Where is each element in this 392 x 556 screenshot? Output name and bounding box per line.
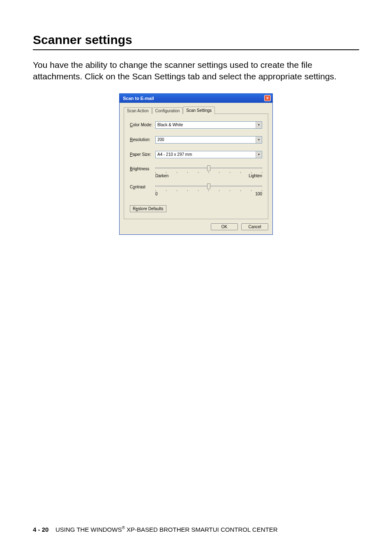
page-number: 4 - 20 — [33, 526, 48, 533]
brightness-max-label: Lighten — [249, 174, 262, 178]
brightness-min-label: Darken — [155, 174, 168, 178]
contrast-max-label: 100 — [255, 192, 262, 196]
brightness-slider[interactable] — [155, 166, 262, 171]
heading-rule — [33, 49, 359, 50]
resolution-select[interactable]: 200 ▼ — [155, 136, 262, 144]
chevron-down-icon[interactable]: ▼ — [256, 122, 262, 128]
slider-ticks — [155, 172, 262, 173]
tab-configuration[interactable]: Configuration — [152, 107, 183, 114]
tab-strip: Scan Action Configuration Scan Settings — [124, 107, 268, 114]
resolution-value: 200 — [157, 137, 164, 142]
contrast-label: Contrast — [130, 184, 155, 196]
scan-settings-dialog: Scan to E-mail × Scan Action Configurati… — [119, 93, 273, 235]
section-heading: Scanner settings — [33, 33, 359, 47]
cancel-button[interactable]: Cancel — [241, 223, 268, 230]
color-mode-label: Color Mode: — [130, 123, 155, 127]
contrast-slider[interactable] — [155, 184, 262, 190]
color-mode-select[interactable]: Black & White ▼ — [155, 121, 262, 129]
paper-size-select[interactable]: A4 - 210 x 297 mm ▼ — [155, 151, 262, 158]
paper-size-value: A4 - 210 x 297 mm — [157, 152, 192, 157]
tab-scan-action[interactable]: Scan Action — [124, 107, 152, 114]
slider-thumb[interactable] — [207, 165, 210, 171]
paper-size-label: Paper Size: — [130, 152, 155, 157]
chevron-down-icon[interactable]: ▼ — [256, 151, 262, 158]
footer-text-after: XP-BASED BROTHER SMARTUI CONTROL CENTER — [125, 526, 278, 533]
close-icon[interactable]: × — [264, 95, 271, 101]
contrast-min-label: 0 — [155, 192, 158, 196]
slider-ticks — [155, 190, 262, 191]
restore-defaults-button[interactable]: Restore Defaults — [130, 205, 166, 212]
page-footer: 4 - 20 USING THE WINDOWS® XP-BASED BROTH… — [33, 526, 359, 533]
chevron-down-icon[interactable]: ▼ — [256, 137, 262, 143]
body-paragraph: You have the ability to change the scann… — [33, 59, 359, 83]
dialog-titlebar[interactable]: Scan to E-mail × — [120, 94, 272, 103]
ok-button[interactable]: OK — [211, 223, 238, 230]
slider-thumb[interactable] — [207, 183, 210, 189]
brightness-label: Brightness — [130, 166, 155, 178]
tab-panel-scan-settings: Color Mode: Black & White ▼ Resolution: … — [124, 114, 268, 219]
dialog-title: Scan to E-mail — [123, 96, 154, 101]
tab-scan-settings[interactable]: Scan Settings — [183, 107, 215, 114]
registered-mark: ® — [122, 526, 125, 530]
color-mode-value: Black & White — [157, 123, 183, 127]
resolution-label: Resolution: — [130, 137, 155, 142]
footer-text-before: USING THE WINDOWS — [55, 526, 122, 533]
